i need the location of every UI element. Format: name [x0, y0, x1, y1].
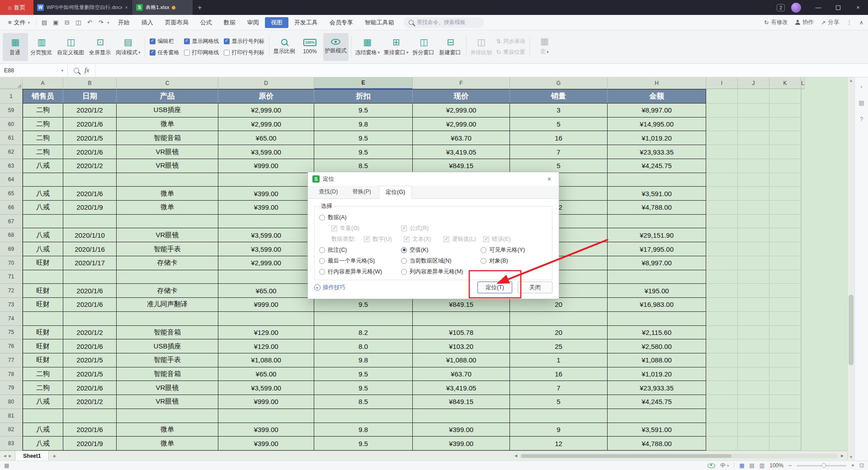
cell[interactable]: ¥63.70 [413, 367, 510, 381]
cell[interactable] [608, 409, 706, 423]
ribbon-tab[interactable]: 智能工具箱 [359, 17, 400, 28]
empty-cell[interactable] [738, 339, 769, 353]
prev-sheet-icon[interactable]: ◂ [4, 453, 6, 459]
cell[interactable] [510, 312, 608, 326]
cell[interactable]: 2020/1/5 [63, 353, 117, 367]
empty-cell[interactable] [769, 437, 801, 451]
row-number[interactable]: 83 [0, 437, 23, 451]
view-mode-button[interactable]: ▦ 普通 [3, 33, 28, 61]
cell[interactable]: ¥2,580.00 [608, 339, 706, 353]
cell[interactable]: ¥4,788.00 [608, 437, 706, 451]
cell[interactable]: 2020/1/17 [63, 256, 117, 270]
radio-blanks[interactable]: 空值(K) [401, 246, 481, 254]
cell[interactable]: USB插座 [117, 339, 218, 353]
cell[interactable]: ¥399.00 [218, 201, 314, 215]
cell[interactable]: ¥3,599.00 [218, 228, 314, 242]
cell[interactable]: ¥129.00 [218, 339, 314, 353]
cell[interactable]: 八戒 [23, 242, 63, 256]
cell[interactable] [63, 312, 117, 326]
print-preview-icon[interactable]: ◫ [73, 19, 83, 26]
ribbon-tab[interactable]: 视图 [265, 17, 288, 28]
cell[interactable]: 1 [510, 353, 608, 367]
hscroll-track[interactable] [520, 454, 838, 458]
vscroll-track[interactable] [848, 84, 854, 454]
empty-cell[interactable] [801, 145, 802, 159]
cell[interactable] [218, 409, 314, 423]
command-search[interactable]: 查找命令、搜索模板 [404, 17, 484, 28]
column-header-a[interactable]: A [23, 77, 63, 89]
empty-cell[interactable] [738, 437, 769, 451]
collapse-ribbon-icon[interactable]: ∧ [859, 19, 863, 26]
cell[interactable]: ¥2,999.00 [218, 118, 314, 132]
checkbox-constants[interactable]: 常量(O) [331, 225, 401, 232]
cell[interactable]: VR眼镜 [117, 381, 218, 395]
cell[interactable]: 二狗 [23, 118, 63, 132]
cell[interactable]: 25 [510, 339, 608, 353]
empty-cell[interactable] [706, 284, 738, 298]
cell[interactable]: 微单 [117, 201, 218, 215]
empty-cell[interactable] [738, 103, 769, 118]
cell[interactable]: ¥3,599.00 [218, 242, 314, 256]
empty-cell[interactable] [738, 145, 769, 159]
cell[interactable] [63, 409, 117, 423]
cell[interactable]: 8.2 [314, 326, 413, 340]
empty-cell[interactable] [706, 118, 738, 132]
ribbon-tab[interactable]: 插入 [136, 17, 159, 28]
cell[interactable]: ¥8,997.00 [608, 103, 706, 118]
cell[interactable]: 2020/1/6 [63, 381, 117, 395]
empty-cell[interactable] [801, 312, 802, 326]
radio-data[interactable]: 数据(A) [319, 214, 347, 221]
row-number[interactable]: 72 [0, 284, 23, 298]
empty-cell[interactable] [801, 118, 802, 132]
scroll-up-icon[interactable]: ▲ [848, 77, 854, 84]
help-icon[interactable]: ? [857, 114, 866, 123]
cell[interactable]: 2020/1/2 [63, 159, 117, 173]
view-mode-button[interactable]: ⊡ 全屏显示 [87, 33, 113, 61]
empty-cell[interactable] [769, 201, 801, 215]
cell[interactable]: 9.5 [314, 381, 413, 395]
cell[interactable]: 微单 [117, 423, 218, 437]
cell[interactable]: ¥65.00 [218, 367, 314, 381]
row-number[interactable]: 77 [0, 353, 23, 367]
view-mode-button[interactable]: ▤ 阅读模式▾ [114, 33, 142, 61]
cell[interactable] [63, 215, 117, 229]
document-tab-writer[interactable]: W WPS中如何批量删除空白行.docx × [33, 0, 132, 15]
cell[interactable]: 2020/1/5 [63, 131, 117, 145]
cell[interactable]: 微单 [117, 187, 218, 201]
header-cell[interactable]: 日期 [63, 89, 117, 103]
row-number[interactable]: 82 [0, 423, 23, 437]
cell[interactable] [117, 215, 218, 229]
empty-cell[interactable] [706, 367, 738, 381]
view-mode-button[interactable]: ▥ 分页预览 [28, 33, 55, 61]
empty-cell[interactable] [769, 131, 801, 145]
empty-cell[interactable] [801, 242, 802, 256]
page-break-icon[interactable]: ▥ [760, 462, 764, 469]
row-number[interactable]: 79 [0, 381, 23, 395]
empty-cell[interactable] [801, 298, 802, 312]
empty-cell[interactable] [706, 312, 738, 326]
cell[interactable]: ¥1,088.00 [608, 353, 706, 367]
cell[interactable]: 2020/1/2 [63, 395, 117, 409]
cell[interactable] [413, 409, 510, 423]
cell[interactable]: 旺财 [23, 326, 63, 340]
radio-row-differences[interactable]: 行内容差异单元格(W) [319, 268, 401, 276]
empty-cell[interactable] [706, 339, 738, 353]
empty-cell[interactable] [769, 326, 801, 340]
cell[interactable]: ¥999.00 [218, 395, 314, 409]
row-number[interactable]: 70 [0, 256, 23, 270]
vscroll-thumb[interactable] [849, 295, 854, 365]
chevron-down-icon[interactable]: ▾ [107, 20, 109, 25]
tips-link[interactable]: ▸ 操作技巧 [314, 284, 345, 291]
macro-button[interactable]: ▦ 宏▾ [532, 32, 557, 60]
cell[interactable]: ¥23,933.35 [608, 145, 706, 159]
cell[interactable]: ¥195.00 [608, 284, 706, 298]
cell[interactable] [218, 173, 314, 187]
cell[interactable]: ¥1,019.20 [608, 131, 706, 145]
cell[interactable]: ¥399.00 [413, 437, 510, 451]
empty-cell[interactable] [769, 103, 801, 118]
ribbon-checkbox[interactable]: 显示网格线 [184, 38, 219, 45]
empty-cell[interactable] [801, 339, 802, 353]
cell[interactable]: 2020/1/6 [63, 187, 117, 201]
cell[interactable]: 旺财 [23, 353, 63, 367]
column-header-e-selected[interactable]: E [314, 77, 413, 89]
